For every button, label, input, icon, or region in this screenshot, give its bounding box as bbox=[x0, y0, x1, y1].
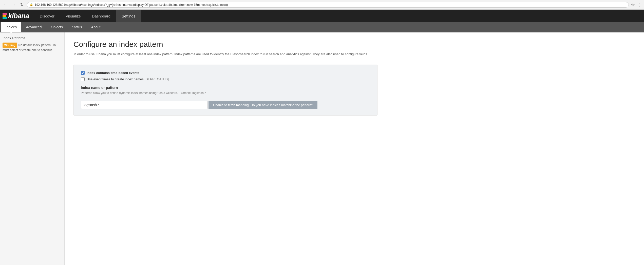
logo-text: kibana bbox=[8, 12, 29, 20]
settings-subnav: Indices Advanced Objects Status About bbox=[0, 22, 644, 32]
warning-badge: Warning bbox=[3, 43, 17, 48]
index-pattern-input[interactable] bbox=[81, 101, 207, 109]
time-based-events-row: Index contains time-based events bbox=[81, 71, 370, 75]
sidebar: Index Patterns WarningNo default index p… bbox=[0, 32, 65, 265]
main-layout: Index Patterns WarningNo default index p… bbox=[0, 32, 644, 265]
event-times-label[interactable]: Use event times to create index names[DE… bbox=[87, 77, 169, 81]
time-based-events-checkbox[interactable] bbox=[81, 71, 85, 75]
logo-bars bbox=[3, 13, 7, 19]
topnav-items: Discover Visualize Dashboard Settings bbox=[34, 10, 141, 22]
address-bar[interactable]: 🔒 192.168.100.128:5601/app/kibana#/setti… bbox=[27, 2, 629, 8]
back-button[interactable]: ← bbox=[3, 2, 9, 8]
subnav-objects[interactable]: Objects bbox=[46, 22, 67, 32]
nav-settings[interactable]: Settings bbox=[116, 10, 141, 22]
form-panel: Index contains time-based events Use eve… bbox=[73, 65, 377, 116]
page-title: Configure an index pattern bbox=[73, 40, 635, 49]
browser-menu-icon[interactable]: ⋮ bbox=[637, 2, 641, 8]
time-based-events-label[interactable]: Index contains time-based events bbox=[87, 71, 139, 75]
index-name-hint: Patterns allow you to define dynamic ind… bbox=[81, 91, 370, 95]
subnav-about[interactable]: About bbox=[87, 22, 105, 32]
nav-visualize[interactable]: Visualize bbox=[60, 10, 86, 22]
bookmark-icon[interactable]: ☆ bbox=[631, 2, 635, 8]
top-navigation: kibana Discover Visualize Dashboard Sett… bbox=[0, 10, 644, 22]
logo-bar-pink bbox=[3, 13, 7, 15]
subnav-indices[interactable]: Indices bbox=[1, 22, 21, 32]
nav-dashboard[interactable]: Dashboard bbox=[86, 10, 116, 22]
kibana-logo: kibana bbox=[3, 12, 29, 20]
warning-container: WarningNo default index pattern. You mus… bbox=[3, 43, 62, 52]
nav-discover[interactable]: Discover bbox=[34, 10, 60, 22]
event-times-checkbox[interactable] bbox=[81, 77, 85, 81]
logo-bar-teal bbox=[3, 17, 7, 19]
subnav-status[interactable]: Status bbox=[67, 22, 87, 32]
forward-button[interactable]: → bbox=[11, 2, 17, 8]
browser-chrome: ← → ↻ 🔒 192.168.100.128:5601/app/kibana#… bbox=[0, 0, 644, 10]
index-name-label: Index name or pattern bbox=[81, 86, 370, 90]
page-description: In order to use Kibana you must configur… bbox=[73, 52, 377, 57]
lock-icon: 🔒 bbox=[30, 3, 33, 6]
logo-bar-orange bbox=[3, 15, 6, 17]
fetch-mapping-button: Unable to fetch mapping. Do you have ind… bbox=[209, 101, 318, 109]
refresh-button[interactable]: ↻ bbox=[19, 2, 25, 8]
content-area: Configure an index pattern In order to u… bbox=[65, 32, 644, 265]
subnav-advanced[interactable]: Advanced bbox=[21, 22, 46, 32]
sidebar-title: Index Patterns bbox=[3, 36, 62, 40]
event-times-row: Use event times to create index names[DE… bbox=[81, 77, 370, 81]
url-text: 192.168.100.128:5601/app/kibana#/setting… bbox=[35, 3, 228, 7]
deprecated-tag: [DEPRECATED] bbox=[145, 77, 169, 81]
